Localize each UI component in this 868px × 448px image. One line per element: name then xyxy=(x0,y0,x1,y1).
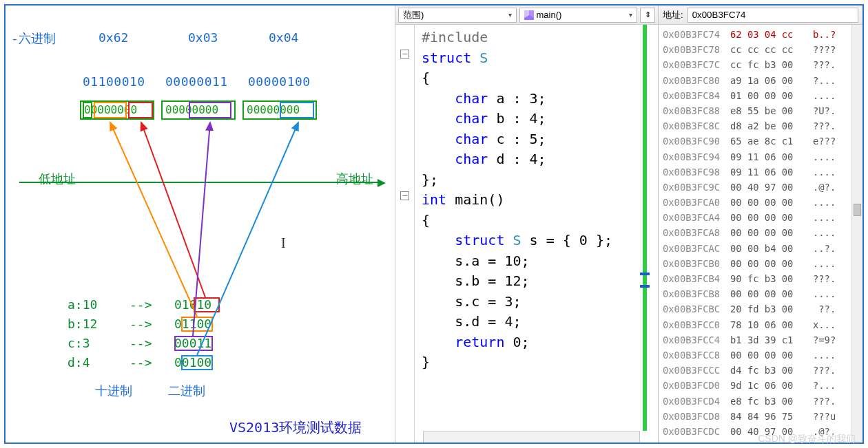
memory-row[interactable]: 0x00B3FCD4e8 fc b3 00???. xyxy=(663,396,862,411)
fold-minus-icon[interactable]: − xyxy=(400,50,409,58)
memory-row[interactable]: 0x00B3FCA000 00 00 00.... xyxy=(663,197,862,212)
split-view-button[interactable]: ⇕ xyxy=(640,8,655,23)
address-input[interactable] xyxy=(688,8,858,23)
fold-minus-icon[interactable]: − xyxy=(400,191,409,200)
text-cursor-icon: I xyxy=(281,235,286,251)
memory-toolbar: 地址: xyxy=(659,6,862,25)
bin-top-0: 01100010 xyxy=(83,74,145,89)
memory-row[interactable]: 0x00B3FCD884 84 96 75???u xyxy=(663,411,862,426)
memory-row[interactable]: 0x00B3FC9065 ae 8c c1e??? xyxy=(663,136,862,151)
memory-row[interactable]: 0x00B3FCB490 fc b3 00???. xyxy=(663,273,862,288)
arrow-icon: --> xyxy=(130,317,152,331)
arrow-icon: --> xyxy=(130,355,152,370)
memory-row[interactable]: 0x00B3FCB800 00 00 00.... xyxy=(663,288,862,303)
function-icon xyxy=(524,10,534,20)
scrollbar-thumb[interactable] xyxy=(854,204,861,216)
value-row-b: b:12 --> xyxy=(68,317,97,331)
function-combo-label: main() xyxy=(537,10,562,20)
memory-row[interactable]: 0x00B3FCA400 00 00 00.... xyxy=(663,212,862,227)
code-area[interactable]: − − #include struct S{ char a : 3; char … xyxy=(395,25,658,442)
diagram-panel: -六进制 0x62 0x03 0x04 01100010 00000011 00… xyxy=(6,6,395,442)
memory-row[interactable]: 0x00B3FCC800 00 00 00.... xyxy=(663,350,862,365)
memory-row[interactable]: 0x00B3FC9409 11 06 00.... xyxy=(663,151,862,167)
memory-row[interactable]: 0x00B3FCC4b1 3d 39 c1?=9? xyxy=(663,334,862,350)
code-lines[interactable]: #include struct S{ char a : 3; char b : … xyxy=(415,25,658,442)
memory-row[interactable]: 0x00B3FC7Ccc fc b3 00???. xyxy=(663,59,862,74)
value-d-bin: 00100 xyxy=(174,355,211,370)
bin-top-2: 00000100 xyxy=(248,74,311,89)
memory-row[interactable]: 0x00B3FC88e8 55 be 00?U?. xyxy=(663,105,862,120)
arrow-icon: --> xyxy=(130,297,152,312)
fold-gutter[interactable]: − − xyxy=(395,25,415,442)
function-combo[interactable]: main() ▾ xyxy=(519,8,638,23)
memory-row[interactable]: 0x00B3FCD09d 1c 06 00?... xyxy=(663,380,862,395)
hex-value-0: 0x62 xyxy=(99,30,128,45)
decimal-header: 十进制 xyxy=(95,383,132,399)
value-c-name: c:3 xyxy=(68,336,90,350)
scope-combo[interactable]: 范围) ▾ xyxy=(398,8,517,23)
chevron-down-icon: ▾ xyxy=(508,11,512,19)
horizontal-scrollbar[interactable] xyxy=(423,431,640,442)
chevron-down-icon: ▾ xyxy=(629,11,632,19)
arrow-overlay xyxy=(6,6,395,446)
address-axis xyxy=(19,182,378,183)
memory-row[interactable]: 0x00B3FCAC00 00 b4 00..?. xyxy=(663,243,862,258)
value-d-name: d:4 xyxy=(68,355,90,370)
memory-row[interactable]: 0x00B3FCC078 10 06 00x... xyxy=(663,319,862,334)
breakpoint-indicator xyxy=(640,285,650,288)
value-b-name: b:12 xyxy=(68,317,97,331)
change-indicator xyxy=(643,25,647,431)
editor-toolbar: 范围) ▾ main() ▾ ⇕ xyxy=(395,6,658,25)
value-row-d: d:4 --> xyxy=(68,355,90,370)
diagram-caption: VS2013环境测试数据 xyxy=(229,418,362,437)
memory-row[interactable]: 0x00B3FC78cc cc cc cc???? xyxy=(663,44,862,59)
memory-row[interactable]: 0x00B3FC7462 03 04 ccb..? xyxy=(663,29,862,44)
memory-panel: 地址: 0x00B3FC7462 03 04 ccb..?0x00B3FC78c… xyxy=(659,6,862,442)
breakpoint-indicator xyxy=(640,273,650,275)
code-editor-panel: 范围) ▾ main() ▾ ⇕ − − xyxy=(395,6,659,442)
value-row-a: a:10 --> xyxy=(68,297,97,312)
byte-box-2: 00000000 xyxy=(242,100,317,120)
scope-combo-label: 范围) xyxy=(403,9,424,21)
low-address-label: 低地址 xyxy=(39,171,76,187)
value-b-bin: 01100 xyxy=(174,317,211,331)
binary-header: 二进制 xyxy=(168,383,205,399)
memory-row[interactable]: 0x00B3FC80a9 1a 06 00?... xyxy=(663,75,862,90)
byte-box-0: 00000000 xyxy=(80,100,154,120)
value-a-bin: 01010 xyxy=(174,297,211,312)
arrow-icon: --> xyxy=(130,336,152,350)
memory-scrollbar[interactable] xyxy=(851,25,862,442)
bin-top-1: 00000011 xyxy=(165,74,228,89)
memory-rows[interactable]: 0x00B3FC7462 03 04 ccb..?0x00B3FC78cc cc… xyxy=(659,25,862,442)
svg-line-0 xyxy=(141,122,205,297)
memory-row[interactable]: 0x00B3FCCCd4 fc b3 00???. xyxy=(663,365,862,380)
memory-row[interactable]: 0x00B3FCB000 00 00 00.... xyxy=(663,258,862,273)
memory-row[interactable]: 0x00B3FCBC20 fd b3 00 ??. xyxy=(663,303,862,319)
high-address-label: 高地址 xyxy=(336,171,373,187)
value-a-name: a:10 xyxy=(68,297,97,312)
address-label: 地址: xyxy=(663,9,683,21)
memory-row[interactable]: 0x00B3FCA800 00 00 00.... xyxy=(663,227,862,242)
memory-row[interactable]: 0x00B3FC9C00 40 97 00.@?. xyxy=(663,182,862,197)
svg-line-1 xyxy=(110,122,197,317)
memory-row[interactable]: 0x00B3FC8Cd8 a2 be 00???. xyxy=(663,120,862,136)
byte-box-1: 00000000 xyxy=(161,100,236,120)
value-row-c: c:3 --> xyxy=(68,336,90,350)
hex-radix-label: -六进制 xyxy=(11,30,56,47)
split-icon: ⇕ xyxy=(645,10,651,19)
value-c-bin: 00011 xyxy=(174,336,211,350)
hex-value-1: 0x03 xyxy=(188,30,218,45)
memory-row[interactable]: 0x00B3FC9809 11 06 00.... xyxy=(663,167,862,182)
hex-value-2: 0x04 xyxy=(269,30,298,45)
memory-row[interactable]: 0x00B3FC8401 00 00 00.... xyxy=(663,90,862,105)
watermark: CSDN @致奋斗的我们 xyxy=(758,433,856,445)
